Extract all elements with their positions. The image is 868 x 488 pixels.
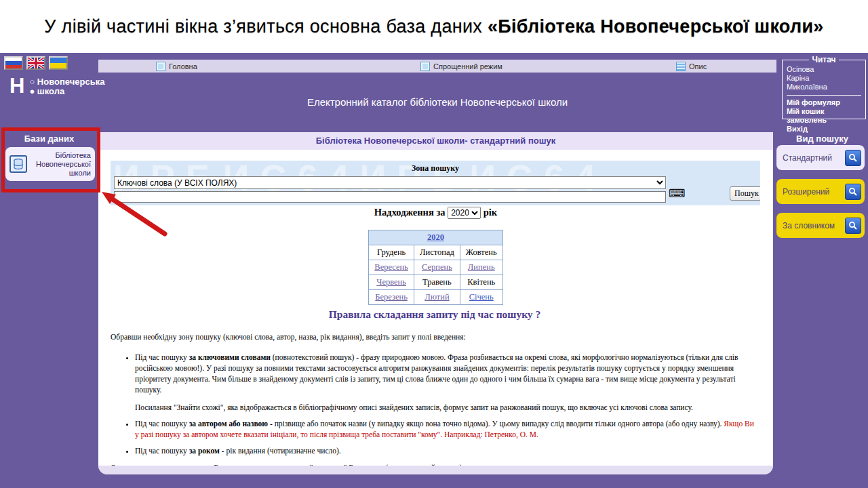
nav-item-label: Головна [169, 62, 197, 70]
rule-keywords: Під час пошуку за ключовими словами (пов… [135, 352, 759, 413]
nav-item-simple-mode[interactable]: Спрощенний режим [420, 60, 502, 73]
magnifier-icon[interactable] [845, 218, 861, 234]
reader-panel: Читач Осіпова Каріна Миколаївна Мій форм… [782, 55, 866, 119]
year-link[interactable]: 2020 [427, 232, 444, 242]
rule-year: Під час пошуку за роком - рік видання (ч… [135, 445, 759, 456]
arrivals-year-select[interactable]: 2020 [448, 207, 481, 219]
months-table-wrapper: 2020 Грудень Листопад Жовтень Вересень С… [98, 230, 773, 305]
virtual-keyboard-icon[interactable]: ⌨ [669, 188, 686, 199]
rule-text-bold: за ключовими словами [189, 353, 271, 361]
logo-text: ○ Новопечерська ● школа [29, 76, 104, 96]
month-link[interactable]: Липень [468, 262, 495, 272]
rule-text: - прізвище або початок назви (у випадку … [268, 420, 724, 428]
search-zone-label: Зона пошуку [111, 161, 760, 174]
main-panel-footer [98, 466, 773, 474]
month-link[interactable]: Вересень [374, 262, 408, 272]
language-switcher [4, 56, 68, 70]
reader-panel-legend: Читач [809, 55, 838, 64]
rule-text: Під час пошуку [135, 353, 189, 361]
months-table: 2020 Грудень Листопад Жовтень Вересень С… [368, 230, 502, 305]
site-title: Електронний каталог бібліотеки Новопечер… [98, 96, 776, 108]
search-type-dictionary[interactable]: За словником [776, 213, 865, 238]
search-zone: ИРБИС64ИРБИС64 Зона пошуку Ключові слова… [111, 161, 760, 205]
slide-title: У лівій частині вікна з’явиться основна … [0, 16, 868, 37]
school-logo: Н ○ Новопечерська ● школа [9, 76, 104, 96]
rule-text: Під час пошуку [135, 420, 189, 428]
logo-letter: Н [9, 76, 24, 96]
nav-item-label: Опис [689, 62, 707, 70]
search-type-label: За словником [783, 221, 835, 230]
logo-line2: ● школа [29, 87, 104, 96]
description-icon [676, 62, 686, 71]
month-cell: Квітень [460, 275, 502, 290]
flag-uk-icon[interactable] [26, 56, 45, 70]
catalog-screenshot: Головна Спрощенний режим Опис Н ○ Новопе… [0, 53, 868, 488]
reader-name-line: Миколаївна [787, 83, 861, 92]
search-type-label: Розширений [783, 187, 829, 197]
search-type-standard[interactable]: Стандартний [776, 145, 865, 170]
flag-russia-icon[interactable] [4, 56, 23, 70]
month-link[interactable]: Серпень [422, 262, 452, 272]
arrivals-line: Надходження за 2020 рік [98, 207, 773, 219]
reader-name-line: Каріна [787, 74, 861, 83]
reader-link-exit[interactable]: Вихід [787, 125, 861, 134]
nav-item-home[interactable]: Головна [156, 60, 197, 73]
month-cell: Грудень [369, 245, 414, 260]
arrivals-suffix: рік [484, 207, 497, 218]
month-link[interactable]: Лютий [425, 292, 450, 302]
top-navigation: Головна Спрощенний режим Опис [98, 60, 776, 73]
flag-ukraine-icon[interactable] [49, 56, 68, 70]
month-cell: Жовтень [460, 245, 502, 260]
month-cell: Травень [414, 275, 460, 290]
home-icon [156, 62, 165, 71]
reader-name-line: Осіпова [787, 65, 861, 74]
main-panel: Бібліотека Новопечерської школи- стандар… [98, 132, 773, 474]
search-rules: Правила складання запиту під час пошуку … [111, 307, 759, 479]
rule-keywords-note: Посилання "Знайти схожі", яка відображає… [135, 402, 759, 413]
nav-item-description[interactable]: Опис [676, 60, 707, 73]
month-cell: Листопад [414, 245, 460, 260]
month-link[interactable]: Березень [375, 292, 408, 302]
search-query-input[interactable] [114, 191, 666, 203]
magnifier-icon[interactable] [845, 150, 861, 166]
nav-item-label: Спрощенний режим [433, 62, 502, 70]
search-type-label: Стандартний [783, 153, 832, 163]
month-link[interactable]: Червень [376, 277, 406, 287]
search-button[interactable]: Пошук [730, 186, 760, 201]
rules-heading: Правила складання запиту під час пошуку … [111, 307, 759, 322]
main-panel-header: Бібліотека Новопечерської школи- стандар… [98, 132, 773, 150]
rule-author-title: Під час пошуку за автором або назвою - п… [135, 418, 759, 440]
rules-intro: Обравши необхідну зону пошуку (ключові с… [111, 331, 759, 342]
slide-title-text: У лівій частині вікна з’явиться основна … [44, 16, 488, 37]
rule-text: - рік видання (чотиризначне число). [220, 447, 341, 455]
slide: У лівій частині вікна з’явиться основна … [0, 0, 868, 488]
month-link[interactable]: Січень [469, 292, 494, 302]
rule-text: Під час пошуку [135, 447, 189, 455]
search-field-select[interactable]: Ключові слова (У ВСІХ ПОЛЯХ) [114, 176, 666, 189]
rules-list: Під час пошуку за ключовими словами (пов… [111, 352, 759, 457]
reader-divider [787, 95, 861, 96]
rule-text-bold: за роком [189, 447, 220, 455]
search-type-title: Вид пошуку [776, 134, 868, 144]
reader-link-form[interactable]: Мій формуляр [787, 98, 861, 107]
reader-link-basket[interactable]: Мій кошик замовлень [787, 107, 861, 125]
logo-line1: ○ Новопечерська [29, 77, 104, 87]
search-type-extended[interactable]: Розширений [776, 179, 865, 204]
simple-mode-icon [420, 62, 430, 71]
slide-title-db-name: «Бібліотека Новопечерської школи» [488, 16, 824, 37]
magnifier-icon[interactable] [845, 184, 861, 200]
arrivals-prefix: Надходження за [374, 207, 446, 218]
annotation-rectangle [1, 127, 100, 192]
rule-text-bold: за автором або назвою [189, 420, 268, 428]
